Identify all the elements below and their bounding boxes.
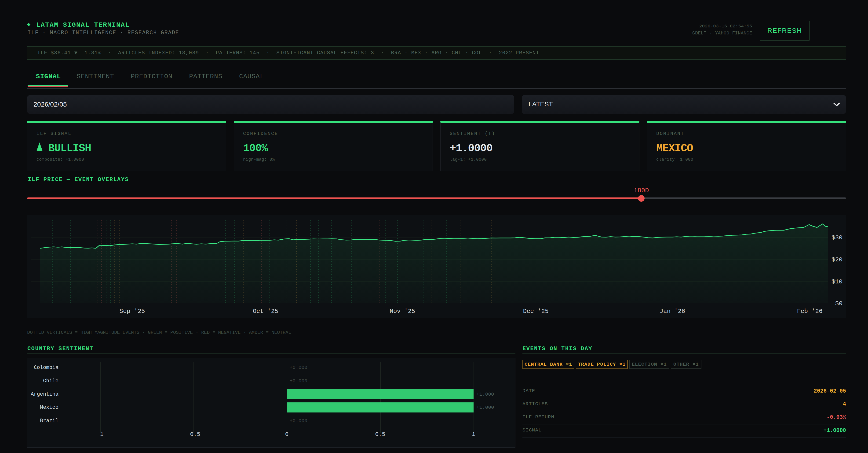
svg-text:$0: $0 <box>835 300 842 307</box>
svg-text:Feb '26: Feb '26 <box>797 308 823 315</box>
svg-text:$30: $30 <box>832 234 842 241</box>
svg-text:Nov '25: Nov '25 <box>390 308 415 315</box>
svg-text:Sep '25: Sep '25 <box>119 308 145 315</box>
svg-text:Jan '26: Jan '26 <box>659 308 685 315</box>
svg-text:Dec '25: Dec '25 <box>523 308 549 315</box>
svg-text:$10: $10 <box>832 278 842 285</box>
svg-text:Oct '25: Oct '25 <box>253 308 278 315</box>
svg-text:$20: $20 <box>832 256 842 263</box>
